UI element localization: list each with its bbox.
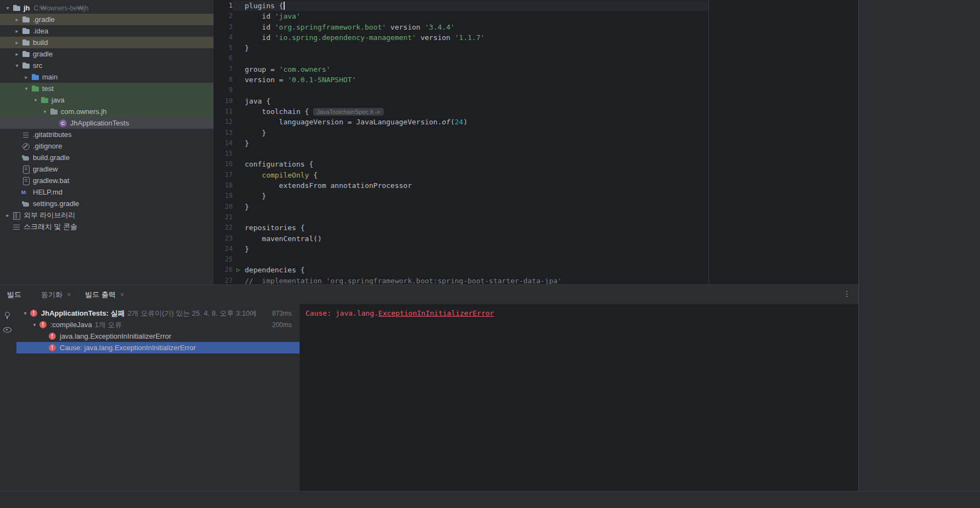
more-options-icon[interactable]: ⋮ [843,289,851,298]
line-content [233,212,708,222]
project-tree-item-jhapplicationtests[interactable]: JhApplicationTests [0,117,214,129]
code-line-23[interactable]: 23 mavenCentral() [214,233,708,244]
code-line-26[interactable]: 26▷dependencies { [214,265,708,275]
project-tree-item-gradle[interactable]: ▸.gradle [0,14,214,25]
console-error-line: Cause: java.lang.ExceptionInInitializerE… [305,309,853,317]
close-icon[interactable]: × [120,290,124,299]
project-tree-item-com-owners-jh[interactable]: ▾com.owners.jh [0,106,214,117]
chevron-right-icon[interactable]: ▸ [13,28,21,34]
line-content: configurations { [233,159,708,169]
code-line-11[interactable]: 11 toolchain { JavaToolchainSpec it -> [214,106,708,117]
chevron-down-icon[interactable]: ▾ [41,109,49,115]
chevron-down-icon[interactable]: ▾ [3,5,12,11]
chevron-down-icon[interactable]: ▾ [22,85,31,92]
line-number: 7 [214,64,233,75]
code-line-5[interactable]: 5} [214,43,708,53]
tab-item[interactable]: 동기화× [36,288,77,302]
project-tree-item-item[interactable]: ▸외부 라이브러리 [0,209,214,221]
code-text: compileOnly { [244,170,318,180]
chevron-down-icon[interactable]: ▾ [13,62,21,69]
chevron-right-icon[interactable]: ▸ [13,39,21,45]
tab-item[interactable]: 빌드 출력× [80,288,130,302]
tree-item-label: gradle [33,50,53,58]
code-line-24[interactable]: 24} [214,244,708,254]
console-error-link[interactable]: ExceptionInInitializerError [378,309,494,317]
project-tree-item-jh[interactable]: ▾jhC:₩owners-be₩jh [0,2,214,14]
code-line-15[interactable]: 15 [214,149,708,159]
chevron-down-icon[interactable]: ▾ [31,97,40,103]
build-tree-row[interactable]: java.lang.ExceptionInInitializerError [16,330,299,342]
code-text: dependencies { [244,265,305,275]
gutter-slot [233,1,244,11]
code-line-1[interactable]: 1plugins { [214,1,708,11]
chevron-right-icon[interactable]: ▸ [3,212,12,218]
code-line-3[interactable]: 3 id 'org.springframework.boot' version … [214,22,708,32]
code-line-4[interactable]: 4 id 'io.spring.dependency-management' v… [214,32,708,43]
chevron-right-icon[interactable]: ▸ [13,51,21,57]
chevron-down-icon[interactable]: ▾ [30,322,39,328]
code-text: id 'org.springframework.boot' version '3… [244,22,455,32]
gutter-slot [233,149,244,159]
code-line-2[interactable]: 2 id 'java' [214,11,708,21]
build-tree-row[interactable]: ▾JhApplicationTests: 실패2개 오류이(가) 있는 25. … [16,307,299,319]
ignore-file-icon [21,142,31,151]
filter-eye-icon[interactable] [3,325,12,334]
file-icon [21,176,31,185]
project-tree-item-src[interactable]: ▾src [0,60,214,71]
project-tree-item-main[interactable]: ▸main [0,71,214,83]
code-line-17[interactable]: 17 compileOnly { [214,170,708,180]
code-line-16[interactable]: 16configurations { [214,159,708,169]
project-tree-item-test[interactable]: ▾test [0,83,214,94]
project-tree-item-gradlew[interactable]: gradlew [0,163,214,175]
editor[interactable]: 1plugins {2 id 'java'3 id 'org.springfra… [214,0,709,284]
project-tree-item-gitignore[interactable]: .gitignore [0,140,214,152]
line-number: 24 [214,244,233,254]
folder-main-icon [31,73,40,82]
code-line-7[interactable]: 7group = 'com.owners' [214,64,708,75]
project-tree-item-settings-gradle[interactable]: settings.gradle [0,198,214,209]
code-line-18[interactable]: 18 extendsFrom annotationProcessor [214,180,708,191]
code-line-25[interactable]: 25 [214,254,708,265]
code-line-20[interactable]: 20} [214,202,708,212]
build-tree-row[interactable]: Cause: java.lang.ExceptionInInitializerE… [16,342,299,353]
project-tree-item-gradlew-bat[interactable]: gradlew.bat [0,175,214,186]
project-tree-item-gitattributes[interactable]: .gitattributes [0,129,214,140]
code-line-9[interactable]: 9 [214,85,708,95]
build-console[interactable]: Cause: java.lang.ExceptionInInitializerE… [299,304,858,491]
tree-item-label: com.owners.jh [61,107,107,116]
chevron-down-icon[interactable]: ▾ [21,310,30,316]
code-token: id [245,33,275,42]
code-line-8[interactable]: 8version = '0.0.1-SNAPSHOT' [214,75,708,85]
code-line-19[interactable]: 19 } [214,191,708,201]
project-tree-item-gradle[interactable]: ▸gradle [0,48,214,60]
chevron-right-icon[interactable]: ▸ [22,74,31,80]
gutter-slot [233,11,244,21]
line-number: 8 [214,75,233,85]
pin-icon[interactable] [3,311,12,319]
project-tree-item-item[interactable]: 스크래치 및 콘솔 [0,221,214,232]
code-line-14[interactable]: 14} [214,138,708,149]
build-node-label: java.lang.ExceptionInInitializerError [60,332,171,340]
run-button-icon[interactable]: ▷ [233,265,244,275]
code-line-13[interactable]: 13 } [214,128,708,138]
build-tree-row[interactable]: ▾:compileJava1개 오류200ms [16,319,299,330]
gutter-slot [233,170,244,180]
project-tree-item-java[interactable]: ▾java [0,94,214,106]
build-panel-title: 빌드 [7,290,21,300]
tree-item-label: jh [24,4,30,12]
project-folder-icon [12,4,21,13]
code-line-21[interactable]: 21 [214,212,708,222]
project-tree-item-build[interactable]: ▸build [0,37,214,48]
chevron-right-icon[interactable]: ▸ [13,16,21,22]
code-token: } [245,245,249,253]
code-line-6[interactable]: 6 [214,53,708,64]
code-token: } [245,129,266,137]
project-tree-item-idea[interactable]: ▸.idea [0,25,214,37]
project-tree-item-build-gradle[interactable]: build.gradle [0,152,214,163]
project-tree-item-help-md[interactable]: HELP.md [0,186,214,198]
code-line-27[interactable]: 27// implementation 'org.springframework… [214,276,708,284]
close-icon[interactable]: × [67,290,71,299]
code-line-10[interactable]: 10java { [214,96,708,106]
code-line-22[interactable]: 22repositories { [214,222,708,233]
code-line-12[interactable]: 12 languageVersion = JavaLanguageVersion… [214,117,708,127]
